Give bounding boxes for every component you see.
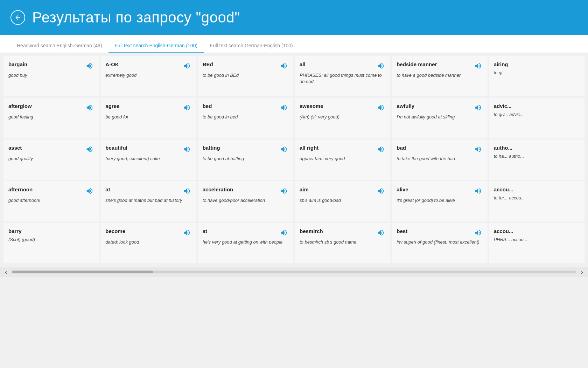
- sound-button[interactable]: [182, 145, 191, 154]
- tab-headword[interactable]: Headword search English-German (49): [10, 40, 108, 53]
- card-item[interactable]: acceleration to have good/poor accelerat…: [198, 181, 293, 222]
- card-item[interactable]: aim sb's aim is good/bad: [295, 181, 390, 222]
- sound-button[interactable]: [474, 186, 483, 196]
- card-word: beautiful: [105, 144, 182, 151]
- card-item[interactable]: become dated: look good: [100, 223, 196, 263]
- card-header: accou...: [494, 228, 580, 235]
- back-button[interactable]: [10, 10, 25, 25]
- card-header: at: [203, 228, 288, 237]
- card-item[interactable]: bedside manner to have a good bedside ma…: [392, 56, 487, 96]
- sound-button[interactable]: [376, 145, 385, 154]
- tab-fulltext-en[interactable]: Full text search English-German (100): [108, 40, 204, 53]
- card-item[interactable]: best inv superl of good (finest, most ex…: [392, 223, 487, 263]
- card-definition: good afternoon!: [8, 197, 94, 204]
- sound-button[interactable]: [474, 103, 483, 112]
- card-definition: to be good in BEd: [203, 72, 288, 79]
- card-definition: (very good, excellent) cake: [105, 156, 191, 162]
- sound-button[interactable]: [85, 103, 94, 112]
- card-header: beautiful: [105, 144, 191, 154]
- card-definition: to gi...: [494, 70, 580, 76]
- card-word: bargain: [8, 61, 85, 68]
- card-item[interactable]: alive it's great [or good] to be alive: [392, 181, 487, 222]
- card-word: awfully: [397, 103, 473, 110]
- card-word: acceleration: [203, 186, 279, 193]
- sound-button[interactable]: [474, 145, 483, 154]
- sound-button[interactable]: [376, 61, 385, 70]
- sound-button[interactable]: [279, 103, 288, 112]
- card-word: accou...: [494, 186, 580, 193]
- sound-button[interactable]: [279, 228, 288, 237]
- card-item[interactable]: agree be good for: [100, 98, 196, 138]
- card-item[interactable]: afterglow good feeling: [4, 98, 99, 138]
- card-header: afterglow: [8, 103, 94, 112]
- card-item[interactable]: awfully I'm not awfully good at skiing: [392, 98, 487, 138]
- sound-button[interactable]: [85, 145, 94, 154]
- card-item[interactable]: bad to take the good with the bad: [392, 139, 487, 180]
- card-item[interactable]: BEd to be good in BEd: [198, 56, 293, 96]
- card-header: acceleration: [203, 186, 288, 196]
- card-item[interactable]: barry(Scot) (good): [4, 223, 99, 263]
- scroll-right-button[interactable]: ›: [579, 268, 585, 276]
- sound-button[interactable]: [279, 186, 288, 196]
- card-item[interactable]: beautiful (very good, excellent) cake: [100, 139, 196, 180]
- sound-button[interactable]: [85, 186, 94, 196]
- card-item[interactable]: accou...to tur... accou...: [489, 181, 584, 222]
- card-item[interactable]: autho...to ha... autho...: [489, 139, 584, 180]
- sound-button[interactable]: [182, 61, 191, 70]
- card-definition: she's good at maths but bad at history: [105, 197, 191, 204]
- card-definition: he's very good at getting on with people: [203, 239, 288, 245]
- sound-button[interactable]: [279, 61, 288, 70]
- card-word: asset: [8, 144, 85, 151]
- sound-button[interactable]: [376, 103, 385, 112]
- card-definition: to have a good bedside manner: [397, 72, 482, 79]
- card-definition: (Scot) (good): [8, 237, 94, 243]
- card-word: agree: [105, 103, 182, 110]
- card-definition: I'm not awfully good at skiing: [397, 114, 482, 120]
- card-item[interactable]: airingto gi...: [489, 56, 584, 96]
- scrollbar-thumb[interactable]: [12, 271, 153, 273]
- card-header: batting: [203, 144, 288, 154]
- scrollbar-track[interactable]: [12, 271, 576, 273]
- card-header: agree: [105, 103, 191, 112]
- sound-button[interactable]: [474, 228, 483, 237]
- card-item[interactable]: advic...to giv... advic...: [489, 98, 584, 138]
- tab-fulltext-de[interactable]: Full text search German-English (100): [204, 40, 299, 53]
- card-item[interactable]: at she's good at maths but bad at histor…: [100, 181, 196, 222]
- card-item[interactable]: bed to be good in bed: [198, 98, 293, 138]
- card-definition: be good for: [105, 114, 191, 120]
- card-item[interactable]: besmirch to besmirch sb's good name: [295, 223, 390, 263]
- card-item[interactable]: bargain good buy: [4, 56, 99, 96]
- card-header: at: [105, 186, 191, 196]
- card-word: at: [105, 186, 182, 193]
- card-item[interactable]: all PHRASES: all good things must come t…: [295, 56, 390, 96]
- tabs-bar: Headword search English-German (49) Full…: [0, 35, 588, 53]
- header: Результаты по запросу "good": [0, 0, 588, 35]
- card-item[interactable]: A-OK extremely good: [100, 56, 196, 96]
- sound-button[interactable]: [376, 228, 385, 237]
- sound-button[interactable]: [474, 61, 483, 70]
- card-definition: PHRA... accou...: [494, 237, 580, 243]
- card-word: airing: [494, 61, 580, 68]
- sound-button[interactable]: [182, 186, 191, 196]
- cards-grid: bargain good buyA-OK extremely goodBEd t…: [4, 56, 584, 263]
- card-definition: PHRASES: all good things must come to an…: [300, 72, 385, 84]
- sound-button[interactable]: [182, 103, 191, 112]
- card-word: besmirch: [300, 228, 376, 235]
- sound-button[interactable]: [182, 228, 191, 237]
- card-definition: it's great [or good] to be alive: [397, 197, 482, 204]
- card-header: become: [105, 228, 191, 237]
- sound-button[interactable]: [85, 61, 94, 70]
- card-item[interactable]: accou...PHRA... accou...: [489, 223, 584, 263]
- sound-button[interactable]: [376, 186, 385, 196]
- card-item[interactable]: at he's very good at getting on with peo…: [198, 223, 293, 263]
- card-item[interactable]: all right approv fam: very good: [295, 139, 390, 180]
- sound-button[interactable]: [279, 145, 288, 154]
- card-item[interactable]: batting to be good at batting: [198, 139, 293, 180]
- card-word: accou...: [494, 228, 580, 235]
- card-item[interactable]: asset good quality: [4, 139, 99, 180]
- scroll-left-button[interactable]: ‹: [3, 268, 9, 276]
- card-definition: to have good/poor acceleration: [203, 197, 288, 204]
- card-header: all: [300, 61, 385, 70]
- card-item[interactable]: awesome (Am) (sl: very good): [295, 98, 390, 138]
- card-item[interactable]: afternoon good afternoon!: [4, 181, 99, 222]
